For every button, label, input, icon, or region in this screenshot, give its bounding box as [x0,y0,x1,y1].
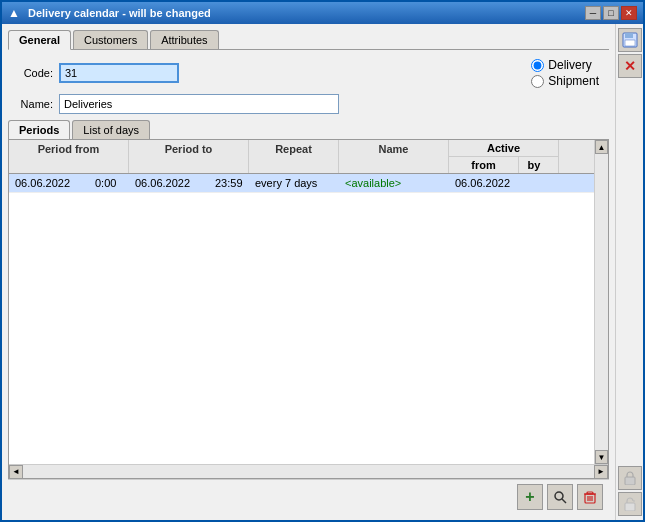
inner-tab-listofdays[interactable]: List of days [72,120,150,139]
horizontal-scrollbar[interactable]: ◄ ► [9,464,608,478]
unlock-icon [624,497,636,511]
header-active-from: from [449,157,519,173]
window-title: Delivery calendar - will be changed [28,7,579,19]
header-period-to: Period to [129,140,249,173]
delivery-radio[interactable] [531,59,544,72]
window-icon: ▲ [8,6,22,20]
header-period-from: Period from [9,140,129,173]
shipment-radio-item: Shipment [531,74,599,88]
minimize-button[interactable]: ─ [585,6,601,20]
active-sub-headers: from by [449,157,558,173]
active-header-group: Active from by [449,140,559,173]
hscroll-track [23,465,594,478]
svg-rect-12 [625,503,635,511]
shipment-radio[interactable] [531,75,544,88]
table-header: Period from Period to Repeat Name Active… [9,140,594,174]
title-bar: ▲ Delivery calendar - will be changed ─ … [2,2,643,24]
svg-rect-11 [625,477,635,485]
header-active: Active [449,140,558,157]
code-row: Code: Delivery Shipment [8,58,609,88]
main-tabs: General Customers Attributes [8,30,609,50]
header-active-by: by [519,157,549,173]
cell-active-from: 06.06.2022 [449,174,529,192]
vertical-scrollbar[interactable]: ▲ ▼ [594,140,608,464]
maximize-button[interactable]: □ [603,6,619,20]
header-repeat: Repeat [249,140,339,173]
inner-tab-periods[interactable]: Periods [8,120,70,139]
cell-period-from-date: 06.06.2022 [9,174,89,192]
tab-customers[interactable]: Customers [73,30,148,49]
scroll-right-button[interactable]: ► [594,465,608,479]
header-name: Name [339,140,449,173]
svg-rect-9 [625,33,633,38]
scroll-down-button[interactable]: ▼ [595,450,608,464]
radio-group: Delivery Shipment [531,58,599,88]
scroll-left-button[interactable]: ◄ [9,465,23,479]
delete-button[interactable] [577,484,603,510]
delivery-label: Delivery [548,58,591,72]
name-label: Name: [8,98,53,110]
cell-active-by [529,180,559,186]
table-body: 06.06.2022 0:00 06.06.2022 23:59 every 7… [9,174,594,464]
search-button[interactable] [547,484,573,510]
name-row: Name: [8,94,609,114]
table-row[interactable]: 06.06.2022 0:00 06.06.2022 23:59 every 7… [9,174,594,193]
svg-line-1 [562,499,566,503]
form-area: General Customers Attributes Code: Deliv… [2,24,615,520]
table-container: Period from Period to Repeat Name Active… [8,139,609,479]
cancel-button[interactable]: ✕ [618,54,642,78]
cell-period-from-time: 0:00 [89,174,129,192]
delete-icon [583,490,597,504]
scroll-up-button[interactable]: ▲ [595,140,608,154]
cell-repeat: every 7 days [249,174,339,192]
delivery-radio-item: Delivery [531,58,599,72]
main-content: General Customers Attributes Code: Deliv… [2,24,643,520]
side-toolbar: ✕ [615,24,643,520]
lock-icon [624,471,636,485]
unlock-button[interactable] [618,492,642,516]
tab-attributes[interactable]: Attributes [150,30,218,49]
main-window: ▲ Delivery calendar - will be changed ─ … [0,0,645,522]
search-icon [553,490,567,504]
cell-period-to-time: 23:59 [209,174,249,192]
add-button[interactable]: + [517,484,543,510]
code-label: Code: [8,67,53,79]
cell-name: <available> [339,174,449,192]
scroll-track [595,154,608,450]
tab-general[interactable]: General [8,30,71,50]
cell-period-to-date: 06.06.2022 [129,174,209,192]
code-input[interactable] [59,63,179,83]
name-input[interactable] [59,94,339,114]
svg-point-0 [555,492,563,500]
bottom-toolbar: + [8,479,609,514]
window-controls: ─ □ ✕ [585,6,637,20]
svg-rect-7 [587,492,593,494]
svg-rect-10 [625,40,635,46]
inner-tabs: Periods List of days [8,120,609,139]
shipment-label: Shipment [548,74,599,88]
close-button[interactable]: ✕ [621,6,637,20]
lock-button[interactable] [618,466,642,490]
save-button[interactable] [618,28,642,52]
save-icon [622,32,638,48]
